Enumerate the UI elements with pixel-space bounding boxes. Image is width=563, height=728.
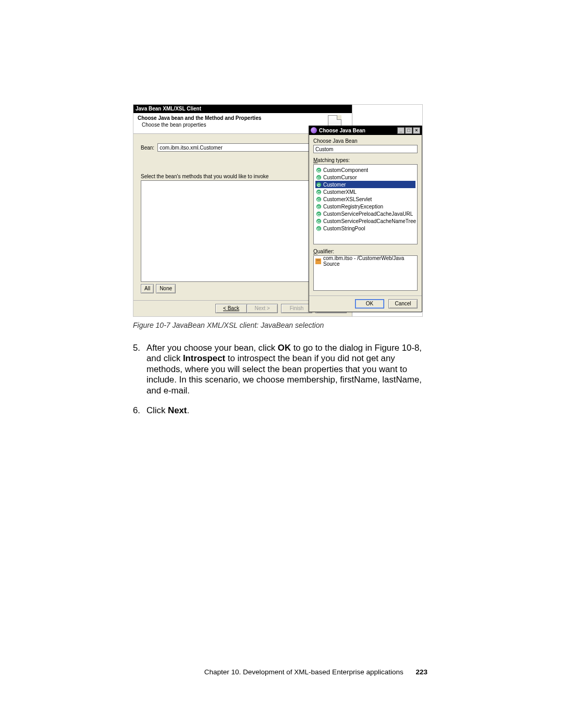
class-icon: C xyxy=(316,196,322,202)
page-footer: Chapter 10. Development of XML-based Ent… xyxy=(204,668,427,676)
dialog-title: Choose Java Bean xyxy=(319,128,395,133)
matching-types-listbox[interactable]: CCustomComponentCCustomCursorCCustomerCC… xyxy=(313,164,418,244)
page-number: 223 xyxy=(415,668,427,676)
package-icon xyxy=(315,258,321,264)
minimize-icon[interactable]: _ xyxy=(397,127,405,134)
step-number: 6. xyxy=(133,405,146,416)
type-item[interactable]: CCustomer xyxy=(315,181,415,188)
bean-icon xyxy=(311,127,317,133)
qualifier-text: com.ibm.itso - /CustomerWeb/Java Source xyxy=(323,255,415,267)
type-item[interactable]: CCustomCursor xyxy=(315,174,415,181)
figure-caption: Figure 10-7 JavaBean XML/XSL client: Jav… xyxy=(133,321,430,329)
matching-types-label: Matching types: xyxy=(313,157,418,163)
class-icon: C xyxy=(316,175,322,180)
choose-label: Choose Java Bean xyxy=(313,138,418,144)
type-item[interactable]: CCustomRegistryException xyxy=(315,203,415,210)
step-number: 5. xyxy=(133,343,146,396)
step-content: After you choose your bean, click OK to … xyxy=(146,343,430,396)
dialog-footer: OK Cancel xyxy=(309,295,422,312)
choose-java-bean-dialog: Choose Java Bean _ □ × Choose Java Bean … xyxy=(309,126,422,312)
class-icon: C xyxy=(316,218,322,224)
all-button[interactable]: All xyxy=(141,284,154,293)
step-5: 5. After you choose your bean, click OK … xyxy=(133,343,430,396)
class-icon: C xyxy=(316,204,322,209)
class-icon: C xyxy=(316,189,322,195)
class-icon: C xyxy=(316,226,322,231)
type-label: CustomServicePreloadCacheNameTree xyxy=(323,218,416,224)
class-icon: C xyxy=(316,211,322,217)
qualifier-item[interactable]: com.ibm.itso - /CustomerWeb/Java Source xyxy=(315,257,415,265)
type-item[interactable]: CCustomComponent xyxy=(315,166,415,174)
page-body-text: 5. After you choose your bean, click OK … xyxy=(133,343,430,416)
type-label: CustomerXML xyxy=(323,189,357,195)
wizard-heading: Choose Java bean and the Method and Prop… xyxy=(138,115,348,121)
step-content: Click Next. xyxy=(146,405,430,416)
ok-button[interactable]: OK xyxy=(355,299,384,309)
type-label: CustomRegistryException xyxy=(323,204,383,209)
class-icon: C xyxy=(316,182,322,188)
close-icon[interactable]: × xyxy=(413,127,420,134)
type-label: CustomStringPool xyxy=(323,226,365,231)
dialog-titlebar: Choose Java Bean _ □ × xyxy=(309,126,422,135)
bean-label: Bean: xyxy=(141,145,154,151)
type-label: CustomComponent xyxy=(323,167,368,173)
none-button[interactable]: None xyxy=(156,284,176,293)
type-label: CustomCursor xyxy=(323,175,357,180)
finish-button[interactable]: Finish xyxy=(281,304,312,313)
class-icon: C xyxy=(316,167,322,173)
wizard-titlebar: Java Bean XML/XSL Client xyxy=(133,105,352,113)
figure-10-7: Java Bean XML/XSL Client Choose Java bea… xyxy=(133,104,423,317)
dialog-cancel-button[interactable]: Cancel xyxy=(388,299,418,309)
qualifier-label: Qualifier: xyxy=(313,249,418,254)
type-item[interactable]: CCustomServicePreloadCacheNameTree xyxy=(315,217,415,225)
type-item[interactable]: CCustomerXSLServlet xyxy=(315,195,415,203)
step-6: 6. Click Next. xyxy=(133,405,430,416)
type-label: Customer xyxy=(323,182,346,188)
maximize-icon[interactable]: □ xyxy=(405,127,412,134)
type-item[interactable]: CCustomServicePreloadCacheJavaURL xyxy=(315,210,415,217)
chapter-label: Chapter 10. Development of XML-based Ent… xyxy=(204,668,403,676)
type-item[interactable]: CCustomStringPool xyxy=(315,225,415,232)
back-button[interactable]: < Back xyxy=(215,304,247,313)
type-label: CustomServicePreloadCacheJavaURL xyxy=(323,211,413,217)
type-label: CustomerXSLServlet xyxy=(323,196,372,202)
choose-input[interactable] xyxy=(313,145,418,153)
next-button[interactable]: Next > xyxy=(247,304,278,313)
type-item[interactable]: CCustomerXML xyxy=(315,188,415,195)
qualifier-listbox[interactable]: com.ibm.itso - /CustomerWeb/Java Source xyxy=(313,255,418,291)
